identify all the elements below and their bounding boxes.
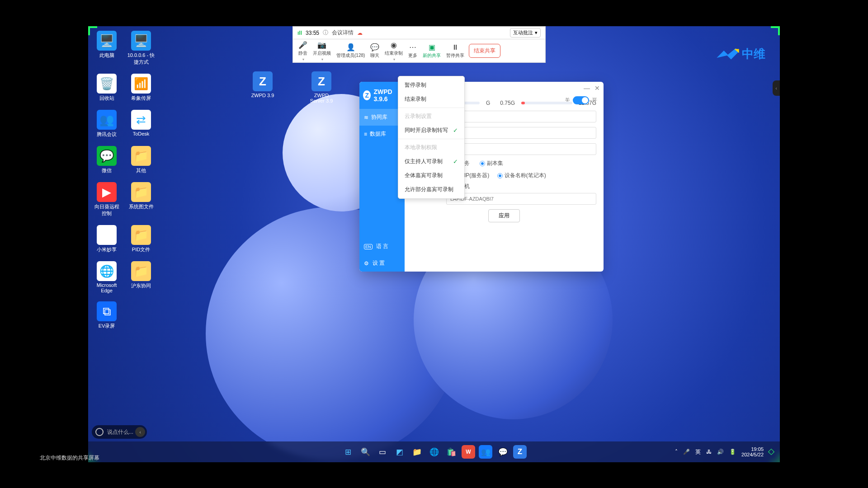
members-button[interactable]: 👤管理成员(128): [334, 43, 368, 59]
taskbar-widgets[interactable]: ◩: [393, 445, 406, 459]
cortana-placeholder: 说点什么...: [107, 428, 133, 436]
desktop-icon-folder-pid[interactable]: 📁PID文件: [127, 225, 155, 253]
taskbar-wps[interactable]: W: [462, 445, 475, 459]
chat-button[interactable]: 💬聊天: [368, 43, 382, 59]
desktop-icon-todesk[interactable]: ⇄ToDesk: [127, 110, 155, 138]
brand-watermark: 中维: [716, 46, 765, 62]
meeting-elapsed: 33:55: [306, 30, 319, 36]
collapse-panel-tab[interactable]: ‹: [773, 80, 780, 96]
username-input[interactable]: [446, 111, 596, 122]
cast-icon: 📶: [131, 74, 151, 94]
desktop-icon-edge[interactable]: 🌐Microsoft Edge: [93, 261, 121, 293]
cortana-search[interactable]: 说点什么... ‹: [92, 425, 147, 439]
desktop-icon-recycle-bin[interactable]: 🗑️回收站: [93, 74, 121, 102]
tray-mic-icon[interactable]: 🎤: [683, 449, 690, 455]
ev-icon: ⧉: [97, 301, 117, 321]
signal-icon: ıll: [297, 30, 302, 36]
menu-all-guests[interactable]: 全体嘉宾可录制: [398, 169, 464, 183]
desktop-icon-evcapture[interactable]: ⧉EV录屏: [93, 301, 121, 329]
monitor-icon: 🖥️: [97, 31, 117, 51]
desktop-icon-folder-hd[interactable]: 📁沪东协同: [127, 261, 155, 293]
mic-icon: 🎤: [298, 41, 307, 49]
more-button[interactable]: ⋯更多: [406, 43, 420, 59]
desktop-icon-this-pc[interactable]: 🖥️此电脑: [93, 31, 121, 66]
record-dropdown-menu: 暂停录制 结束录制 云录制设置 同时开启录制转写✓ 本地录制权限 仅主持人可录制…: [398, 76, 465, 199]
mute-button[interactable]: 🎤静音▾: [296, 41, 310, 61]
radio-replica-set[interactable]: 副本集: [480, 160, 503, 167]
taskbar-wechat[interactable]: 💬: [496, 445, 509, 459]
menu-pause-record[interactable]: 暂停录制: [398, 78, 464, 92]
sidebar-language[interactable]: EN语 言: [359, 238, 405, 255]
taskbar-search[interactable]: 🔍: [359, 445, 372, 459]
check-icon: ✓: [453, 158, 458, 165]
desktop-icon-sunlogin[interactable]: ▶向日葵远程控制: [93, 182, 121, 217]
desktop-icon-mishare[interactable]: ∞小米妙享: [93, 225, 121, 253]
taskbar-store[interactable]: 🛍️: [444, 445, 458, 459]
ime-indicator[interactable]: 英: [695, 448, 701, 456]
chat-icon: 💬: [370, 43, 379, 52]
menu-local-perm-header: 本地录制权限: [398, 141, 464, 155]
menu-transcribe-toggle[interactable]: 同时开启录制转写✓: [398, 123, 464, 137]
taskbar-tencent-meeting[interactable]: 👥: [479, 445, 492, 459]
cortana-collapse[interactable]: ‹: [135, 427, 145, 437]
taskbar-zwpd[interactable]: Z: [513, 445, 527, 459]
annotate-dropdown[interactable]: 互动批注▾: [510, 28, 541, 38]
desktop-icon-folder-system[interactable]: 📁系统图文件: [127, 182, 155, 217]
menu-end-record[interactable]: 结束录制: [398, 92, 464, 106]
menu-separator: [398, 108, 464, 108]
share-screen-icon: ▣: [429, 43, 435, 52]
desktop-icon-remote-shortcut[interactable]: 🖥️10.0.0.6 - 快捷方式: [127, 31, 155, 66]
chevron-down-icon[interactable]: ▾: [302, 57, 304, 61]
password-input[interactable]: [446, 127, 596, 139]
close-button[interactable]: ✕: [594, 84, 600, 92]
zwpd-icon: Z: [253, 71, 273, 91]
hostname-input[interactable]: [446, 193, 596, 205]
toggle-switch[interactable]: [573, 96, 589, 104]
tencent-meeting-icon: 👥: [97, 110, 117, 130]
new-share-button[interactable]: ▣新的共享: [420, 43, 443, 59]
task-view[interactable]: ▭: [376, 445, 389, 459]
apply-button[interactable]: 应用: [488, 209, 520, 222]
desktop-icon-xixiang[interactable]: 📶希象传屏: [127, 74, 155, 102]
desktop-icon-zwpd-server[interactable]: ZZWPD Server 3.9: [307, 71, 335, 103]
chevron-down-icon[interactable]: ▾: [321, 57, 323, 61]
video-button[interactable]: 📷开启视频▾: [310, 41, 334, 61]
menu-cloud-settings: 云录制设置: [398, 109, 464, 123]
tray-network-icon[interactable]: 🖧: [706, 449, 712, 455]
zwpd-window: Z ZWPD 3.9.6 ≋协同库 ≡数据库 EN语 言 ⚙设 置 — ✕ 置 …: [359, 82, 604, 272]
folder-icon: 📁: [131, 182, 151, 202]
desktop-icon-grid: 🖥️此电脑 🖥️10.0.0.6 - 快捷方式 🗑️回收站 📶希象传屏 👥腾讯会…: [93, 31, 155, 329]
taskbar-edge[interactable]: 🌐: [427, 445, 441, 459]
tray-volume-icon[interactable]: 🔊: [717, 449, 724, 455]
pause-share-button[interactable]: ⏸暂停共享: [443, 43, 467, 59]
sidebar-settings[interactable]: ⚙设 置: [359, 255, 405, 272]
shared-desktop: 中维 ‹ 🖥️此电脑 🖥️10.0.0.6 - 快捷方式 🗑️回收站 📶希象传屏…: [88, 26, 780, 462]
end-share-button[interactable]: 结束共享: [469, 44, 500, 58]
notification-badge[interactable]: [768, 449, 774, 455]
database-icon: ≡: [364, 131, 367, 137]
taskbar-clock[interactable]: 19:052024/5/22: [741, 446, 764, 457]
desktop-icon-zwpd[interactable]: ZZWPD 3.9: [249, 71, 277, 98]
share-frame-corner: [771, 26, 780, 35]
minimize-button[interactable]: —: [584, 84, 590, 92]
record-button[interactable]: ◉结束录制▾: [382, 41, 406, 61]
meeting-details-link[interactable]: 会议详情: [332, 29, 354, 37]
taskbar-tray: ˄ 🎤 英 🖧 🔊 🔋 19:052024/5/22: [675, 446, 780, 457]
tray-battery-icon[interactable]: 🔋: [729, 449, 736, 455]
radio-device-name[interactable]: 设备名称(笔记本): [497, 172, 546, 179]
menu-partial-guests[interactable]: 允许部分嘉宾可录制: [398, 183, 464, 197]
meeting-toolbar: ıll 33:55 ⓘ 会议详情 ☁ 互动批注▾ 🎤静音▾ 📷开启视频▾ 👤管理…: [292, 26, 546, 63]
desktop-icon-tencent-meeting[interactable]: 👥腾讯会议: [93, 110, 121, 138]
chevron-down-icon[interactable]: ▾: [393, 57, 395, 61]
meeting-toolbar-main: 🎤静音▾ 📷开启视频▾ 👤管理成员(128) 💬聊天 ◉结束录制▾ ⋯更多 ▣新…: [292, 39, 546, 63]
start-button[interactable]: ⊞: [341, 445, 355, 459]
taskbar-center: ⊞ 🔍 ▭ ◩ 📁 🌐 🛍️ W 👥 💬 Z: [341, 445, 527, 459]
sunlogin-icon: ▶: [97, 182, 117, 202]
desktop-icon-folder-other[interactable]: 📁其他: [127, 146, 155, 174]
menu-host-only[interactable]: 仅主持人可录制✓: [398, 155, 464, 169]
tray-chevron-icon[interactable]: ˄: [675, 449, 678, 455]
folder-icon: 📁: [131, 261, 151, 281]
desktop-icon-wechat[interactable]: 💬微信: [93, 146, 121, 174]
port-input[interactable]: [446, 143, 596, 155]
taskbar-explorer[interactable]: 📁: [410, 445, 424, 459]
